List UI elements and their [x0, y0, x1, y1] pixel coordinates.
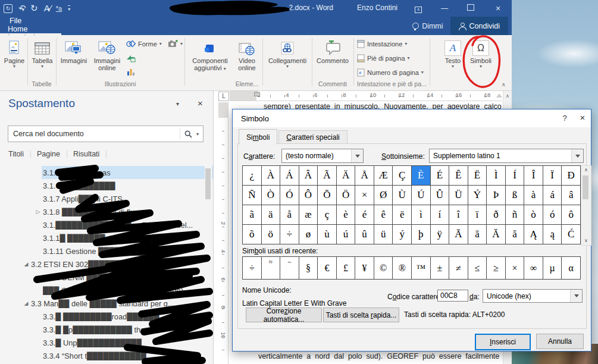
recent-symbol-cell[interactable]: ± — [431, 257, 449, 279]
recent-symbol-cell[interactable]: £ — [337, 257, 355, 279]
symbol-cell[interactable]: Õ — [318, 186, 336, 205]
symbol-cell[interactable]: Í — [506, 166, 524, 185]
nav-scrollbar[interactable] — [205, 125, 212, 364]
symbol-cell[interactable]: Ä — [337, 166, 355, 185]
symbol-cell[interactable]: À — [262, 166, 280, 185]
nav-heading-item[interactable]: ███ CAM (C██████areness Message) — [0, 284, 213, 297]
symbol-cell[interactable]: Ý — [468, 186, 487, 205]
expander-icon[interactable]: ▷ — [33, 209, 43, 215]
character-style-button[interactable]: *a — [56, 3, 62, 14]
font-style-button[interactable]: A∕▾ — [44, 3, 50, 14]
ribbon-tab[interactable]: File — [0, 17, 61, 25]
text-button[interactable]: A Testo ▾ — [442, 38, 464, 69]
font-combobox[interactable]: (testo normale) — [281, 149, 364, 163]
right-indent-marker[interactable] — [496, 93, 502, 98]
symbol-cell[interactable]: Ā — [449, 225, 468, 244]
symbol-cell[interactable]: Ô — [299, 186, 318, 205]
scrollbar-thumb[interactable] — [583, 175, 588, 199]
symbol-cell[interactable]: ë — [393, 205, 411, 224]
recent-symbol-cell[interactable]: ™ — [412, 257, 430, 279]
symbol-cell[interactable]: ñ — [506, 205, 524, 224]
symbol-cell[interactable]: ù — [318, 225, 336, 244]
symbol-cell[interactable]: ò — [524, 205, 543, 224]
symbol-cell[interactable]: Þ — [487, 186, 505, 205]
dropdown-button[interactable] — [570, 290, 582, 302]
online-video-button[interactable]: Video online — [234, 38, 260, 71]
customize-qat-button[interactable]: ▾ — [68, 5, 70, 12]
symbol-cell[interactable]: ç — [318, 205, 336, 224]
undo-button[interactable]: ↶▾ — [18, 3, 24, 14]
symbol-cell[interactable]: ï — [468, 205, 487, 224]
symbol-cell[interactable]: û — [355, 225, 374, 244]
recent-symbol-cell[interactable]: € — [318, 257, 336, 279]
nav-heading-item[interactable]: ◢ 3.3 Man██ delle █████ standard per g..… — [0, 297, 213, 310]
footer-button[interactable]: Piè di pagina▾ — [357, 54, 410, 62]
symbol-cell[interactable]: Ì — [487, 166, 505, 185]
page-number-button[interactable]: # Numero di pagina▾ — [357, 68, 424, 77]
symbol-cell[interactable]: ÷ — [280, 225, 299, 244]
symbol-cell[interactable]: ì — [412, 205, 430, 224]
symbol-cell[interactable]: ß — [506, 186, 524, 205]
ribbon-display-options-button[interactable]: ∧ — [408, 0, 428, 17]
dropdown-button[interactable] — [571, 149, 583, 162]
grid-scrollbar[interactable]: ∧ ∨ — [581, 165, 591, 246]
symbol-cell[interactable]: þ — [412, 225, 430, 244]
recent-symbol-cell[interactable]: ≤ — [468, 257, 487, 279]
symbol-cell[interactable]: È — [412, 166, 430, 185]
symbol-cell[interactable]: Á — [280, 166, 299, 185]
nav-tab[interactable]: Pagine — [37, 149, 66, 159]
nav-heading-item[interactable]: 3.1.6 Ge████████ — [0, 179, 213, 192]
symbol-cell[interactable]: ā — [468, 225, 487, 244]
symbol-cell[interactable]: ą — [543, 225, 562, 244]
nav-heading-item[interactable]: 3.3.█ █████████road██████ — [0, 310, 213, 323]
tab-symbols[interactable]: Simboli — [239, 129, 277, 145]
symbol-cell[interactable]: å — [280, 205, 299, 224]
nav-heading-item[interactable]: 3.1.5 █████ Areas — [0, 166, 213, 179]
symbol-cell[interactable]: Ù — [393, 186, 411, 205]
symbol-cell[interactable]: ú — [337, 225, 355, 244]
ribbon-tab[interactable]: Home — [0, 25, 61, 33]
symbol-cell[interactable]: ü — [374, 225, 393, 244]
help-button[interactable]: ? — [559, 114, 571, 123]
expander-icon[interactable]: ◢ — [21, 261, 31, 267]
recent-symbol-cell[interactable]: ® — [393, 257, 411, 279]
symbol-cell[interactable]: Ă — [487, 225, 505, 244]
symbol-cell[interactable]: × — [355, 186, 374, 205]
recent-symbol-cell[interactable]: ÷ — [243, 257, 261, 279]
symbol-cell[interactable]: Ó — [280, 186, 299, 205]
search-icon[interactable] — [184, 130, 192, 138]
character-code-input[interactable] — [437, 290, 468, 302]
vertical-ruler[interactable]: 246810 — [218, 102, 228, 364]
symbol-cell[interactable]: á — [543, 186, 562, 205]
symbol-cell[interactable]: è — [337, 205, 355, 224]
recent-symbol-cell[interactable]: µ — [543, 257, 562, 279]
comment-button[interactable]: Commento — [314, 38, 351, 64]
nav-heading-item[interactable]: 3.1.██████████████ng Enabler e del... — [0, 218, 213, 231]
pictures-button[interactable]: Immagini — [58, 38, 89, 64]
symbol-cell[interactable]: í — [431, 205, 449, 224]
recent-symbol-cell[interactable]: ~ — [280, 257, 299, 279]
scroll-down-icon[interactable]: ∨ — [581, 237, 591, 245]
nav-heading-item[interactable]: ◢ 3.2 ETSI EN 302███████████M) — [0, 258, 213, 271]
symbol-cell[interactable]: Ü — [449, 186, 468, 205]
online-pictures-button[interactable]: Immagini online — [90, 38, 124, 71]
nav-heading-item[interactable]: 3.3.4 “Short t███████████ — [0, 349, 213, 362]
horizontal-ruler[interactable]: 24681012141618 — [230, 91, 502, 101]
symbol-cell[interactable]: ã — [243, 205, 261, 224]
symbol-cell[interactable]: Ò — [262, 186, 280, 205]
minimize-button[interactable]: — — [434, 0, 455, 17]
symbol-cell[interactable]: Ð — [562, 166, 580, 185]
symbol-cell[interactable]: Ø — [374, 186, 393, 205]
symbol-cell[interactable]: ø — [299, 225, 318, 244]
shortcut-key-button[interactable]: Tasti di scelta rapida... — [323, 307, 399, 322]
maximize-button[interactable] — [461, 0, 481, 17]
recent-symbol-cell[interactable]: © — [374, 257, 393, 279]
symbol-cell[interactable]: Æ — [374, 166, 393, 185]
recent-symbol-cell[interactable]: ≈ — [262, 257, 280, 279]
chart-button[interactable] — [126, 67, 136, 76]
symbol-cell[interactable]: ð — [487, 205, 505, 224]
tab-selector[interactable]: L — [218, 92, 229, 101]
tell-me-tab[interactable]: Dimmi — [405, 17, 450, 35]
scrollbar-thumb[interactable] — [205, 168, 211, 199]
symbol-cell[interactable]: ÿ — [431, 225, 449, 244]
